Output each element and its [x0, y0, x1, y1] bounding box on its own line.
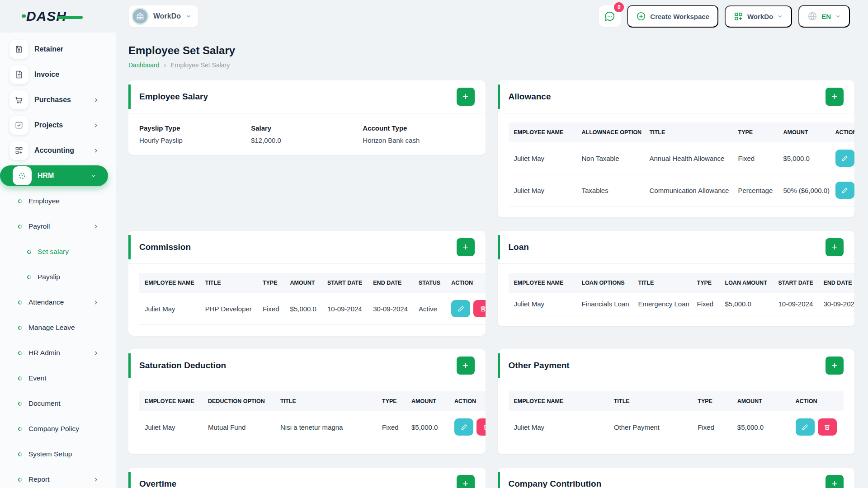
delete-button[interactable] — [476, 418, 486, 436]
other-payment-table: EMPLOYEE NAME TITLE TYPE AMOUNT ACTION J… — [509, 391, 844, 443]
commission-add-button[interactable]: + — [457, 238, 475, 256]
sidebar: Retainer Invoice Purchases Projects Acco… — [0, 33, 116, 488]
cell: Juliet May — [509, 142, 576, 174]
edit-button[interactable] — [835, 182, 854, 199]
saturation-deduction-add-button[interactable]: + — [457, 357, 475, 375]
breadcrumb-dashboard-link[interactable]: Dashboard — [128, 61, 160, 69]
sidebar-item-event[interactable]: Event — [0, 368, 111, 389]
chevron-down-icon — [90, 173, 96, 179]
sidebar-item-accounting[interactable]: Accounting — [0, 140, 111, 161]
sidebar-item-report[interactable]: Report — [0, 469, 111, 488]
breadcrumb: Dashboard › Employee Set Salary — [128, 61, 854, 69]
language-button[interactable]: EN — [798, 5, 850, 28]
edit-button[interactable] — [451, 300, 470, 317]
allowance-table-wrap: EMPLOYEE NAME ALLOWNACE OPTION TITLE TYP… — [498, 113, 855, 217]
cell: Emergency Loan — [633, 293, 692, 315]
globe-icon — [807, 11, 817, 21]
column-header: ACTION — [830, 122, 855, 142]
create-workspace-button[interactable]: Create Workspace — [627, 5, 718, 28]
column-header: ACTION — [449, 391, 486, 411]
cell: Annual Health Allowance — [644, 142, 733, 174]
category-icon — [9, 141, 28, 160]
table-row: Juliet May Other Payment Fixed $5,000.0 — [509, 411, 844, 443]
app-logo[interactable]: DASH — [0, 9, 116, 24]
cell: Juliet May — [509, 293, 576, 315]
other-payment-add-button[interactable]: + — [826, 357, 844, 375]
messages-button[interactable]: 0 — [599, 5, 621, 27]
company-contribution-header: Company Contribution + — [498, 468, 855, 488]
main-content: Employee Set Salary Dashboard › Employee… — [116, 33, 868, 488]
overtime-add-button[interactable]: + — [457, 475, 475, 488]
edit-button[interactable] — [796, 418, 815, 436]
column-header: EMPLOYEE NAME — [139, 391, 203, 411]
sidebar-item-system-setup[interactable]: System Setup — [0, 444, 111, 465]
pencil-icon — [461, 424, 467, 431]
delete-button[interactable] — [818, 418, 837, 436]
chevron-right-icon — [93, 122, 99, 128]
field-label: Salary — [251, 124, 363, 132]
cell: Juliet May — [139, 411, 203, 443]
sidebar-item-payroll[interactable]: Payroll — [0, 216, 111, 237]
trash-icon — [483, 424, 486, 431]
cell: Juliet May — [509, 174, 576, 206]
card-title: Commission — [139, 242, 191, 252]
sidebar-item-attendance[interactable]: Attendance — [0, 292, 111, 313]
loan-add-button[interactable]: + — [826, 238, 844, 256]
sidebar-item-hr-admin[interactable]: HR Admin — [0, 343, 111, 363]
workspace-menu-button[interactable]: WorkDo — [725, 5, 792, 28]
card-title: Saturation Deduction — [139, 361, 226, 371]
column-header: EMPLOYEE NAME — [509, 391, 609, 411]
grid-plus-icon — [734, 12, 743, 21]
action-cell — [830, 142, 855, 174]
cell: PHP Developer — [200, 293, 257, 325]
column-header: ALLOWNACE OPTION — [576, 122, 644, 142]
saturation-deduction-table: EMPLOYEE NAME DEDUCTION OPTION TITLE TYP… — [139, 391, 486, 443]
chevron-right-icon — [93, 477, 99, 483]
overtime-card: Overtime + — [128, 468, 486, 488]
company-contribution-add-button[interactable]: + — [826, 475, 844, 488]
check-square-icon — [9, 116, 28, 135]
cart-icon — [9, 90, 28, 109]
card-grid: Employee Salary + Payslip Type Hourly Pa… — [128, 80, 854, 488]
column-header: ACTION — [446, 273, 485, 293]
logo-bar — [57, 16, 83, 19]
pencil-icon — [841, 187, 848, 194]
cell: $5,000.0 — [778, 142, 830, 174]
sidebar-item-set-salary[interactable]: Set salary — [0, 241, 111, 262]
bullet-icon — [17, 198, 23, 204]
workspace-name: WorkDo — [153, 12, 181, 20]
chevron-down-icon — [185, 13, 192, 19]
workspace-selector[interactable]: WorkDo — [128, 5, 198, 28]
sidebar-item-manage-leave[interactable]: Manage Leave — [0, 317, 111, 338]
sidebar-item-employee[interactable]: Employee — [0, 191, 111, 211]
sidebar-item-retainer[interactable]: Retainer — [0, 39, 111, 60]
card-title: Overtime — [139, 479, 176, 488]
sidebar-item-hrm[interactable]: HRM — [0, 165, 108, 186]
cell: Juliet May — [139, 293, 200, 325]
table-row: Juliet May Financials Loan Emergency Loa… — [509, 293, 855, 315]
breadcrumb-separator: › — [164, 61, 166, 69]
workspace-menu-label: WorkDo — [747, 13, 773, 20]
column-header: AMOUNT — [406, 391, 449, 411]
column-header: LOAN AMOUNT — [720, 273, 773, 293]
plus-icon: + — [832, 479, 838, 488]
chevron-right-icon — [93, 97, 99, 103]
invoice-icon — [9, 65, 28, 84]
sidebar-item-purchases[interactable]: Purchases — [0, 89, 111, 110]
bullet-icon — [17, 426, 23, 432]
sidebar-item-projects[interactable]: Projects — [0, 115, 111, 136]
sidebar-item-invoice[interactable]: Invoice — [0, 64, 111, 85]
allowance-add-button[interactable]: + — [826, 88, 844, 106]
sidebar-item-document[interactable]: Document — [0, 393, 111, 414]
cell: Nisi a tenetur magna — [275, 411, 377, 443]
delete-button[interactable] — [473, 300, 485, 317]
employee-salary-add-button[interactable]: + — [457, 88, 475, 106]
edit-button[interactable] — [835, 150, 854, 167]
column-header: TITLE — [609, 391, 692, 411]
column-header: TITLE — [275, 391, 377, 411]
cell: $5,000.0 — [732, 411, 790, 443]
card-title: Employee Salary — [139, 92, 208, 102]
sidebar-item-payslip[interactable]: Payslip — [0, 267, 111, 287]
sidebar-item-company-policy[interactable]: Company Policy — [0, 418, 111, 439]
edit-button[interactable] — [454, 418, 473, 436]
